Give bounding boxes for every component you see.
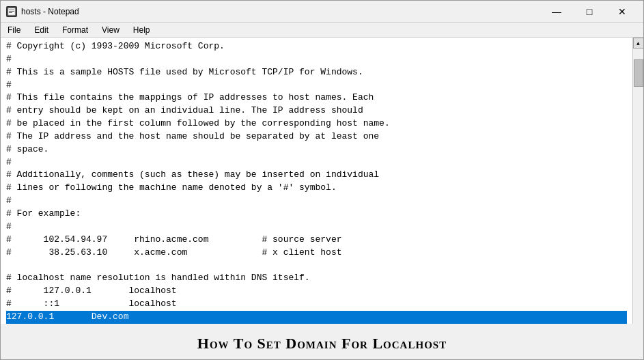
- bottom-title: How To Set Domain For Localhost: [1, 335, 643, 352]
- bottom-section: How To Set Domain For Localhost: [1, 324, 643, 359]
- maximize-button[interactable]: □: [574, 1, 605, 22]
- editor-area[interactable]: # Copyright (c) 1993-2009 Microsoft Corp…: [1, 38, 643, 324]
- app-icon: [6, 6, 17, 17]
- menu-format[interactable]: Format: [55, 23, 95, 37]
- menu-edit[interactable]: Edit: [27, 23, 55, 37]
- menu-bar: File Edit Format View Help: [1, 23, 643, 38]
- menu-file[interactable]: File: [1, 23, 27, 37]
- highlighted-line: 127.0.0.1 Dev.com: [6, 311, 627, 324]
- svg-rect-3: [9, 12, 12, 13]
- svg-rect-2: [9, 11, 14, 12]
- svg-rect-1: [9, 10, 14, 10]
- text-content[interactable]: # Copyright (c) 1993-2009 Microsoft Corp…: [1, 38, 632, 324]
- title-bar: hosts - Notepad — □ ✕: [1, 1, 643, 23]
- close-button[interactable]: ✕: [606, 1, 638, 22]
- notepad-window: hosts - Notepad — □ ✕ File Edit Format V…: [0, 0, 644, 360]
- scroll-thumb[interactable]: [634, 59, 643, 87]
- menu-help[interactable]: Help: [126, 23, 157, 37]
- minimize-button[interactable]: —: [541, 1, 572, 22]
- window-title: hosts - Notepad: [21, 7, 541, 16]
- scroll-up-arrow[interactable]: ▲: [633, 38, 644, 49]
- menu-view[interactable]: View: [95, 23, 126, 37]
- scrollbar[interactable]: ▲: [632, 38, 643, 324]
- window-controls: — □ ✕: [541, 1, 638, 22]
